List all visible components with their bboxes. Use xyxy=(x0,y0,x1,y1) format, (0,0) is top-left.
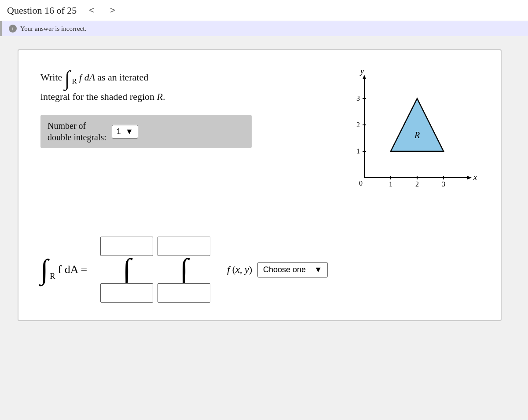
region-R-label: R xyxy=(414,130,420,140)
header: Question 16 of 25 < > xyxy=(0,0,528,21)
num-integrals-value: 1 xyxy=(117,127,121,136)
main-content: Write ∫ R f dA as an iterated integral f… xyxy=(0,36,528,334)
inner-integral-symbol: ∫ xyxy=(180,254,188,285)
question-text: Write ∫ R f dA as an iterated integral f… xyxy=(40,68,252,104)
svg-marker-3 xyxy=(467,176,472,179)
y-tick-1: 1 xyxy=(356,147,360,155)
lhs-equation: ∫ R f dA = xyxy=(40,256,87,284)
num-integrals-label: Number ofdouble integrals: xyxy=(48,120,106,143)
x-tick-2: 2 xyxy=(415,180,419,188)
x-axis-label: x xyxy=(473,173,477,182)
region-R-polygon xyxy=(391,99,444,151)
lhs-text: f dA = xyxy=(58,263,88,276)
info-icon: i xyxy=(9,25,17,33)
f-dA-text: f dA xyxy=(79,72,97,83)
y-tick-2: 2 xyxy=(356,121,360,128)
lhs-integral-inline: ∫ R xyxy=(65,68,77,89)
write-label: Write xyxy=(40,72,62,83)
fxy-label: f (x, y) xyxy=(227,264,252,275)
question-text-area: Write ∫ R f dA as an iterated integral f… xyxy=(40,68,252,148)
lhs-sub-R: R xyxy=(50,272,55,281)
question-label: Question 16 of 25 xyxy=(7,5,77,16)
graph-container: y x 0 1 2 3 xyxy=(338,68,479,210)
number-of-integrals-box: Number ofdouble integrals: 1 ▼ xyxy=(40,115,252,148)
banner-text: Your answer is incorrect. xyxy=(20,25,86,33)
inner-integral-block: ∫ xyxy=(158,237,210,303)
origin-label: 0 xyxy=(359,179,363,187)
y-axis-label: y xyxy=(359,67,364,76)
next-button[interactable]: > xyxy=(106,4,119,16)
choose-dropdown-arrow-icon: ▼ xyxy=(314,265,322,274)
as-text: as an iterated xyxy=(97,72,148,83)
fxy-choose-dropdown[interactable]: Choose one ▼ xyxy=(257,262,328,278)
integral-sub-R: R xyxy=(72,76,77,87)
inner-lower-bound-input[interactable] xyxy=(158,283,210,303)
integral-line2: integral for the shaded region R. xyxy=(40,91,165,102)
integral-symbol-lhs: ∫ xyxy=(65,68,70,89)
lhs-big-integral: ∫ xyxy=(40,256,48,284)
top-section: Write ∫ R f dA as an iterated integral f… xyxy=(40,68,479,210)
question-card: Write ∫ R f dA as an iterated integral f… xyxy=(18,49,502,321)
y-tick-3: 3 xyxy=(356,95,360,102)
x-tick-1: 1 xyxy=(389,180,392,188)
outer-integral-block: ∫ xyxy=(100,237,153,303)
fxy-section: f (x, y) Choose one ▼ xyxy=(227,262,328,278)
incorrect-banner: i Your answer is incorrect. xyxy=(0,21,528,36)
choose-label: Choose one xyxy=(263,265,306,274)
bottom-section: ∫ R f dA = ∫ xyxy=(40,237,479,303)
prev-button[interactable]: < xyxy=(85,4,98,16)
dropdown-arrow-icon: ▼ xyxy=(125,127,133,136)
graph-svg: y x 0 1 2 3 xyxy=(338,68,479,208)
iterated-integral: ∫ ∫ xyxy=(100,237,211,303)
outer-lower-bound-input[interactable] xyxy=(100,283,153,303)
outer-integral-symbol: ∫ xyxy=(123,254,131,285)
num-integrals-dropdown[interactable]: 1 ▼ xyxy=(112,125,138,139)
x-tick-3: 3 xyxy=(442,180,445,188)
